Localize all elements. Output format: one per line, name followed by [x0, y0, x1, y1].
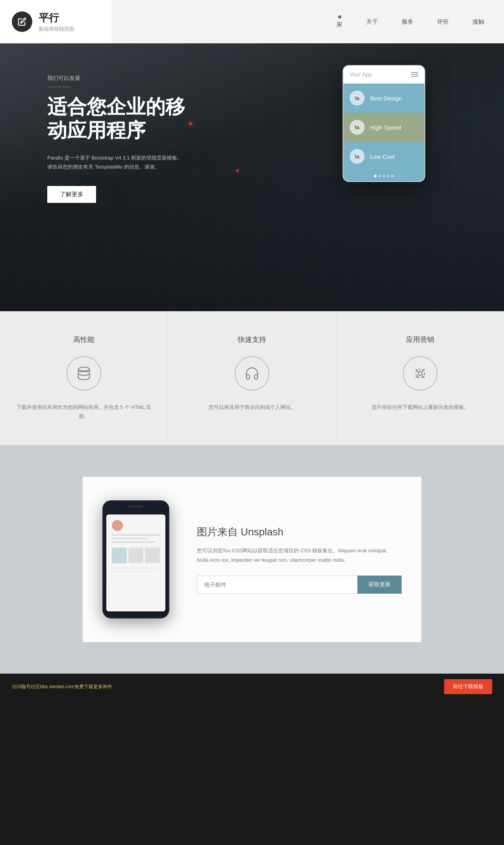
phone-top-bar: Your App — [343, 66, 424, 84]
newsletter-submit-button[interactable]: 获取更新 — [358, 576, 402, 594]
nav-item-services[interactable]: 服务 — [402, 18, 413, 26]
hero-cta-button[interactable]: 了解更多 — [47, 186, 96, 203]
newsletter-description: 您可以浏览Too CSS网站以获取适合您项目的 CSS 模板集合。Aliquam… — [197, 546, 402, 565]
feature-icon-wrap-1 — [67, 356, 101, 391]
feature-card-performance: 高性能 下载并使用此布局作为您的网站布局。共包含 5 个 HTML 页面。 — [0, 311, 168, 445]
newsletter-phone-area — [102, 500, 177, 618]
feature-desc-2: 您可以将其用于商业目的或个人网站。 — [184, 403, 320, 412]
logo-text: 平行 新应用登陆页面 — [39, 11, 74, 33]
logo-subtitle: 新应用登陆页面 — [39, 26, 74, 33]
feature-icon-wrap-3 — [403, 356, 437, 391]
phone-carousel-dots — [343, 171, 424, 181]
newsletter-email-input[interactable] — [197, 576, 358, 594]
newsletter-phone-device — [102, 500, 169, 618]
nav-bar: 家 关于 服务 评价 接触 — [112, 0, 504, 43]
headphones-icon — [245, 366, 259, 381]
phone-screen — [106, 514, 165, 611]
newsletter-section: 图片来自 Unsplash 您可以浏览Too CSS网站以获取适合您项目的 CS… — [0, 445, 504, 674]
newsletter-title: 图片来自 Unsplash — [197, 525, 402, 539]
header: 平行 新应用登陆页面 家 关于 服务 评价 接触 — [0, 0, 504, 43]
features-section: 高性能 下载并使用此布局作为您的网站布局。共包含 5 个 HTML 页面。 快速… — [0, 311, 504, 445]
phone-item-best-design: fa Best Design — [343, 84, 424, 113]
newsletter-form: 获取更新 — [197, 576, 402, 594]
feature-card-support: 快速支持 您可以将其用于商业目的或个人网站。 — [168, 311, 336, 445]
satellite-icon — [413, 366, 428, 381]
logo-icon — [12, 11, 32, 32]
phone-item-icon-2: fa — [350, 120, 365, 135]
svg-point-0 — [78, 367, 90, 371]
feature-title-1: 高性能 — [16, 335, 152, 344]
edit-icon — [18, 17, 26, 26]
hero-section: 我们可以发展 适合您企业的移动应用程序 Parallo 是一个基于 Bootst… — [0, 43, 504, 311]
nav-item-about[interactable]: 关于 — [366, 18, 378, 26]
newsletter-wrapper: 图片来自 Unsplash 您可以浏览Too CSS网站以获取适合您项目的 CS… — [83, 477, 421, 642]
phone-item-icon-3: fa — [350, 149, 365, 164]
phone-item-high-speed: fa High Speed — [343, 113, 424, 142]
nav-item-contact[interactable]: 接触 — [472, 18, 484, 26]
phone-item-label-2: High Speed — [370, 124, 401, 131]
phone-item-low-cost: fa Low Cost — [343, 142, 424, 171]
phone-item-label-3: Low Cost — [370, 153, 395, 160]
logo-title: 平行 — [39, 11, 74, 25]
phone-item-label-1: Best Design — [370, 95, 402, 102]
hero-description: Parallo 是一个基于 Bootstrap V4.3.1 框架的登陆页面模板… — [47, 153, 185, 172]
nav-item-reviews[interactable]: 评价 — [437, 18, 449, 26]
bottom-bar: 访问咖号社区bbs.xieolao.com免费下载更多构件 前往下载模板 — [0, 674, 504, 700]
bottom-text: 访问咖号社区bbs.xieolao.com免费下载更多构件 — [12, 683, 112, 690]
phone-mockup: Your App fa Best Design fa High Speed fa — [343, 65, 425, 182]
download-button[interactable]: 前往下载模板 — [444, 679, 492, 694]
hero-title: 适合您企业的移动应用程序 — [47, 95, 185, 142]
feature-title-3: 应用营销 — [352, 335, 488, 344]
svg-point-2 — [418, 371, 422, 375]
hamburger-icon[interactable] — [411, 72, 418, 77]
feature-desc-3: 您不得在任何下载网站上重新分发此模板。 — [352, 403, 488, 412]
hero-content: 我们可以发展 适合您企业的移动应用程序 Parallo 是一个基于 Bootst… — [0, 43, 205, 203]
newsletter-content: 图片来自 Unsplash 您可以浏览Too CSS网站以获取适合您项目的 CS… — [197, 525, 402, 594]
hero-divider — [47, 87, 71, 87]
hero-subtitle: 我们可以发展 — [47, 75, 185, 82]
database-icon — [76, 366, 91, 381]
nav-item-home[interactable]: 家 — [337, 15, 343, 28]
feature-desc-1: 下载并使用此布局作为您的网站布局。共包含 5 个 HTML 页面。 — [16, 403, 152, 421]
feature-icon-wrap-2 — [235, 356, 269, 391]
phone-item-icon-1: fa — [350, 91, 365, 106]
phone-app-name: Your App — [350, 71, 372, 78]
feature-title-2: 快速支持 — [184, 335, 320, 344]
feature-card-marketing: 应用营销 您不得在任何下载网站上重新分发此模板。 — [336, 311, 504, 445]
logo-area: 平行 新应用登陆页面 — [0, 0, 112, 43]
